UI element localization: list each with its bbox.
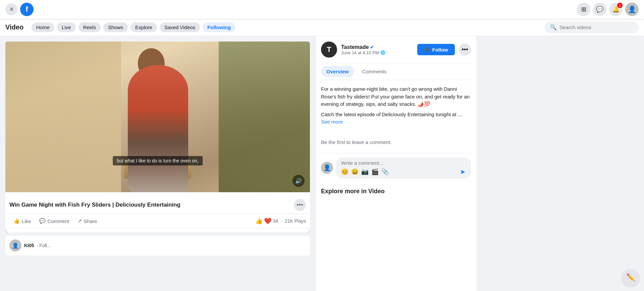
messenger-icon: 💬: [596, 6, 603, 13]
emoji-button[interactable]: 😊: [341, 168, 348, 175]
photo-button[interactable]: 📷: [361, 168, 369, 175]
tab-live[interactable]: Live: [57, 22, 76, 32]
tab-switcher: Overview Comments: [321, 63, 471, 80]
like-label: Like: [22, 218, 31, 224]
like-button[interactable]: 👍 Like: [9, 215, 35, 227]
video-more-button[interactable]: •••: [294, 199, 306, 211]
channel-name: Tastemade ✔: [341, 44, 413, 50]
scene-curtain: [219, 42, 310, 192]
next-channel-name: KI05: [24, 243, 34, 248]
comment-placeholder: Be the first to leave a comment.: [321, 131, 471, 153]
share-button[interactable]: ↗ Share: [73, 215, 101, 227]
scene-person: [121, 52, 202, 192]
explore-title: Explore more in Video: [321, 188, 385, 195]
like-reaction-icon: 👍: [255, 217, 263, 225]
search-bar: 🔍: [545, 21, 639, 33]
heart-reaction-icon: ❤️: [264, 217, 271, 225]
close-button[interactable]: ✕: [5, 3, 17, 15]
comment-input-area: 👤 😊 😄 📷 🎬 📎 ➤: [321, 153, 471, 183]
top-bar-right: ⊞ 💬 🔔 1 👤: [577, 3, 639, 16]
comment-field: 😊 😄 📷 🎬 📎 ➤: [336, 157, 471, 178]
comment-icon-row: 😊 😄 📷 🎬 📎 ➤: [341, 168, 466, 176]
person-body: [128, 65, 188, 192]
notification-button[interactable]: 🔔 1: [609, 3, 623, 16]
next-channel-suffix: · Foll...: [37, 243, 51, 248]
grid-icon: ⊞: [581, 6, 586, 13]
channel-info: Tastemade ✔ June 14 at 6:10 PM 🌐: [341, 44, 413, 55]
description-secondary: Catch the latest episode of Deliciously …: [321, 111, 471, 119]
video-section-title: Video: [5, 23, 23, 31]
right-panel: T Tastemade ✔ June 14 at 6:10 PM 🌐 ➕ Fol…: [315, 36, 476, 291]
send-comment-button[interactable]: ➤: [460, 168, 466, 176]
tab-comments[interactable]: Comments: [357, 66, 392, 77]
tab-saved-videos[interactable]: Saved Videos: [160, 22, 200, 32]
like-icon: 👍: [13, 218, 20, 224]
video-section-header: Video Home Live Reels Shows Explore Save…: [0, 19, 644, 36]
profile-avatar-icon: 👤: [628, 5, 636, 13]
video-container: but what I like to do is turn the oven o…: [5, 42, 310, 232]
edit-icon-button[interactable]: ✏️: [623, 270, 639, 286]
sticker-button[interactable]: 😄: [351, 168, 359, 175]
follow-button[interactable]: ➕ Follow: [417, 44, 455, 55]
scene-left-panel: [5, 42, 121, 192]
follow-label: Follow: [432, 47, 448, 53]
share-label: Share: [84, 218, 97, 224]
commenter-avatar: 👤: [321, 162, 333, 174]
facebook-logo: f: [20, 3, 34, 16]
video-panel: but what I like to do is turn the oven o…: [0, 36, 315, 291]
tab-home[interactable]: Home: [32, 22, 54, 32]
video-title: Win Game Night with Fish Fry Sliders | D…: [9, 202, 180, 208]
comment-button[interactable]: 💬 Comment: [35, 215, 73, 227]
grid-icon-button[interactable]: ⊞: [577, 3, 590, 16]
tab-shows[interactable]: Shows: [103, 22, 128, 32]
notification-badge: 1: [617, 3, 623, 8]
video-subtitle: but what I like to do is turn the oven o…: [113, 156, 203, 165]
channel-more-button[interactable]: •••: [459, 44, 471, 56]
comment-label: Comment: [48, 218, 69, 224]
description-main: For a winning game-night bite, you can't…: [321, 85, 471, 108]
video-actions-bar: 👍 Like 💬 Comment ↗ Share 👍 ❤️ 34: [5, 214, 310, 228]
navigation-tabs: Home Live Reels Shows Explore Saved Vide…: [32, 22, 235, 32]
follow-icon: ➕: [424, 47, 430, 53]
plays-count: 21K Plays: [285, 218, 306, 224]
commenter-avatar-icon: 👤: [323, 164, 331, 171]
tab-following[interactable]: Following: [203, 22, 235, 32]
mute-button[interactable]: 🔊: [292, 175, 305, 187]
explore-section: Explore more in Video: [321, 183, 471, 200]
search-input[interactable]: [559, 24, 627, 30]
gif-button[interactable]: 🎬: [371, 168, 379, 175]
globe-icon: 🌐: [380, 50, 385, 55]
channel-header: T Tastemade ✔ June 14 at 6:10 PM 🌐 ➕ Fol…: [321, 36, 471, 63]
next-channel-avatar: 👤: [9, 239, 21, 251]
attachment-button[interactable]: 📎: [381, 168, 389, 175]
comment-input[interactable]: [341, 160, 466, 166]
next-video-preview: 👤 KI05 · Foll...: [5, 235, 310, 256]
reactions-right: 👍 ❤️ 34 · 21K Plays: [255, 217, 306, 225]
tab-explore[interactable]: Explore: [130, 22, 157, 32]
tab-reels[interactable]: Reels: [78, 22, 101, 32]
reaction-count: 34: [273, 218, 278, 224]
channel-avatar: T: [321, 42, 337, 58]
see-more-button[interactable]: See more: [321, 119, 343, 125]
messenger-icon-button[interactable]: 💬: [593, 3, 606, 16]
profile-avatar-button[interactable]: 👤: [625, 3, 639, 16]
tab-overview[interactable]: Overview: [321, 66, 354, 77]
verified-badge-icon: ✔: [370, 45, 374, 50]
channel-date: June 14 at 6:10 PM 🌐: [341, 50, 413, 55]
share-icon: ↗: [77, 218, 82, 224]
video-scene[interactable]: but what I like to do is turn the oven o…: [5, 42, 310, 192]
main-layout: but what I like to do is turn the oven o…: [0, 36, 644, 291]
description-text: For a winning game-night bite, you can't…: [321, 80, 471, 131]
video-title-row: Win Game Night with Fish Fry Sliders | D…: [5, 196, 310, 214]
top-bar-left: ✕ f: [5, 3, 34, 16]
mute-icon: 🔊: [295, 178, 302, 184]
top-bar: ✕ f ⊞ 💬 🔔 1 👤: [0, 0, 644, 19]
comment-icon: 💬: [39, 218, 46, 224]
video-info: Win Game Night with Fish Fry Sliders | D…: [5, 192, 310, 232]
search-icon: 🔍: [550, 24, 557, 30]
